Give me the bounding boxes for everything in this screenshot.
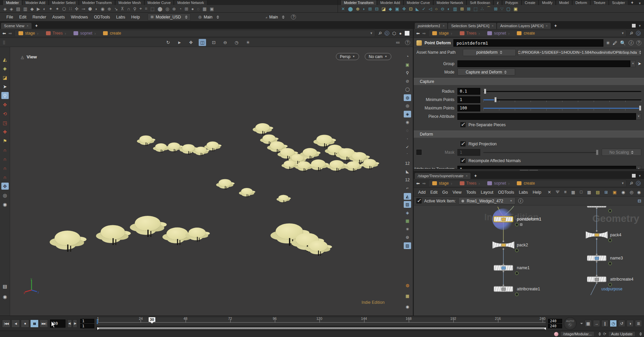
- deform-section-header[interactable]: Deform: [414, 131, 644, 138]
- node-label[interactable]: pack2: [517, 243, 528, 247]
- breadcrumb-item[interactable]: stage ›: [429, 180, 456, 187]
- viewport-tool-icon[interactable]: ✳: [244, 39, 252, 46]
- select-arrow-icon[interactable]: ➤: [638, 61, 641, 66]
- shelf-tool-icon[interactable]: ◉: [101, 6, 104, 11]
- shelf-tool-icon[interactable]: ◌: [197, 6, 200, 11]
- info-icon[interactable]: i: [629, 40, 634, 45]
- menu-item[interactable]: Windows: [68, 15, 91, 19]
- shelf-tool-icon[interactable]: ✦: [49, 6, 52, 11]
- shelf-tab[interactable]: Modeler: [3, 0, 22, 5]
- display-toggle-icon[interactable]: ◌: [404, 127, 411, 134]
- shelf-tool-icon[interactable]: ∴: [481, 6, 483, 11]
- network-toolbar-icon[interactable]: ▩: [585, 190, 593, 195]
- shelf-tab[interactable]: Modeler Curve: [144, 0, 174, 5]
- shelf-tool-icon[interactable]: ∩: [127, 6, 130, 11]
- close-icon[interactable]: ×: [546, 24, 548, 28]
- mask-scaling-dropdown[interactable]: No Scaling: [602, 149, 641, 156]
- shelf-tool-icon[interactable]: ⬤: [348, 6, 353, 11]
- pin-icon[interactable]: ⚲: [629, 31, 634, 36]
- shelf-tab[interactable]: Polygon: [502, 0, 522, 5]
- shelf-tool-icon[interactable]: ∵: [501, 6, 503, 11]
- shelf-tool-icon[interactable]: ⚲: [133, 6, 137, 11]
- shelf-tool-icon[interactable]: ⊼: [121, 6, 124, 11]
- shelf-tool-icon[interactable]: ◁: [429, 6, 432, 11]
- piece-attr-dropdown-icon[interactable]: ▼: [636, 113, 641, 120]
- shelf-tab[interactable]: Texture: [590, 0, 608, 5]
- display-toggle-icon[interactable]: ◍: [404, 94, 411, 101]
- next-frame-button[interactable]: |▶: [73, 320, 77, 328]
- network-editor[interactable]: Indie Edition Geometry pointdeform1pack2…: [414, 205, 644, 316]
- shelf-tool-icon[interactable]: ⊞: [185, 6, 188, 11]
- range-handle-left[interactable]: [97, 327, 101, 330]
- network-node-attribcreate4[interactable]: [587, 277, 606, 282]
- breadcrumb-item[interactable]: create ›: [513, 180, 538, 187]
- shelf-tool-icon[interactable]: ⊠: [467, 6, 470, 11]
- menu-item[interactable]: Edit: [16, 15, 30, 19]
- pane-splitter[interactable]: [414, 169, 644, 172]
- asset-operator-dropdown[interactable]: pointdeform: [463, 49, 516, 56]
- display-toggle-icon[interactable]: ◔: [404, 53, 411, 60]
- shelf-tool-icon[interactable]: ○: [435, 6, 438, 11]
- viewport-help-icon[interactable]: ?: [405, 40, 410, 45]
- network-toolbar-icon[interactable]: ◎: [628, 190, 635, 195]
- shelf-tool-icon[interactable]: ✕: [341, 6, 345, 11]
- forward-icon[interactable]: ➡: [8, 31, 12, 36]
- display-toggle-icon[interactable]: ·: [404, 135, 411, 142]
- breadcrumb-item[interactable]: sopnet ›: [484, 180, 513, 187]
- shelf-tool-icon[interactable]: ▥: [453, 6, 457, 11]
- network-toolbar-icon[interactable]: ▤: [594, 190, 601, 195]
- tool-icon[interactable]: ◈: [1, 65, 9, 72]
- shelf-tool-icon[interactable]: ✥: [402, 6, 406, 11]
- network-toolbar-icon[interactable]: ≡: [562, 190, 568, 195]
- network-node-name1[interactable]: [494, 265, 513, 271]
- pin-icon[interactable]: ⚲: [629, 181, 634, 186]
- breadcrumb-item[interactable]: Trees ›: [42, 30, 70, 37]
- shelf-tool-icon[interactable]: ⌗: [145, 6, 147, 11]
- menu-item[interactable]: Edit: [428, 190, 440, 195]
- shelf-tab[interactable]: Modeler Curve: [403, 0, 433, 5]
- display-toggle-icon[interactable]: ◈: [404, 209, 411, 216]
- group-dropdown-icon[interactable]: ▼: [630, 60, 636, 67]
- desktop-spinner[interactable]: [185, 15, 188, 19]
- breadcrumb-item[interactable]: create ›: [513, 30, 538, 37]
- projection-selector[interactable]: Persp▼: [336, 53, 359, 60]
- brush-icon[interactable]: 🖉: [613, 40, 617, 46]
- shelf-add-tab-button[interactable]: +: [628, 0, 636, 5]
- camera-selector[interactable]: No cam▼: [365, 53, 391, 60]
- shelf-tool-icon[interactable]: ▶: [37, 6, 40, 11]
- pin-icon[interactable]: ⚲: [377, 31, 383, 36]
- update-mode-spinner[interactable]: [639, 332, 642, 336]
- display-toggle-icon[interactable]: ▨: [404, 201, 411, 208]
- network-toolbar-icon[interactable]: Ψ: [554, 190, 561, 195]
- tool-icon[interactable]: ◉: [1, 201, 9, 208]
- shelf-tool-icon[interactable]: ⊟: [375, 6, 379, 11]
- display-toggle-icon[interactable]: ▣: [404, 61, 411, 68]
- shelf-tool-icon[interactable]: ⊕: [107, 6, 111, 11]
- back-icon[interactable]: ⬅: [416, 181, 420, 186]
- menu-item[interactable]: Layout: [479, 190, 496, 195]
- prev-frame-button[interactable]: ◀|: [67, 320, 72, 328]
- radial-menu-icon[interactable]: [636, 181, 641, 186]
- display-toggle-icon[interactable]: ◉: [404, 119, 411, 126]
- network-toolbar-icon[interactable]: ⊞: [603, 190, 609, 195]
- shelf-tab[interactable]: Modeler Select: [49, 0, 79, 5]
- shelf-tool-icon[interactable]: ▢: [506, 6, 510, 11]
- range-handle-right[interactable]: [543, 327, 546, 330]
- display-toggle-icon[interactable]: ◎: [404, 102, 411, 109]
- node-type-icon[interactable]: [416, 40, 422, 46]
- capture-section-header[interactable]: Capture: [414, 78, 644, 85]
- shelf-tool-icon[interactable]: ⬚: [474, 6, 478, 11]
- help-icon[interactable]: ?: [636, 40, 641, 45]
- display-toggle-icon[interactable]: 12: [404, 160, 411, 167]
- piece-attr-field[interactable]: [457, 113, 636, 120]
- chevron-down-icon[interactable]: ▼: [621, 182, 626, 185]
- shelf-tool-icon[interactable]: ▣: [210, 6, 214, 11]
- context-sphere-icon[interactable]: [554, 332, 558, 336]
- asset-path-dropdown[interactable]: C:/PROGRA~1/SIDEEF~1/HOUDIN~1.584/houdin…: [518, 49, 641, 56]
- network-node-node-top-partial[interactable]: [587, 206, 606, 208]
- node-label[interactable]: name3: [610, 256, 623, 260]
- pane-tab[interactable]: Selection Sets [APEX]×: [448, 23, 496, 29]
- breadcrumb-item[interactable]: sopnet ›: [70, 30, 99, 37]
- shelf-tab[interactable]: Modify: [539, 0, 556, 5]
- info-icon[interactable]: i: [518, 198, 523, 203]
